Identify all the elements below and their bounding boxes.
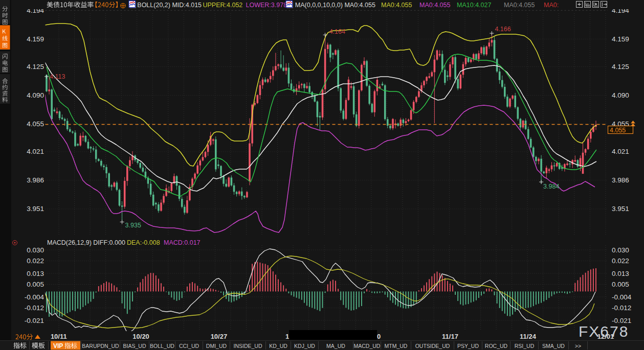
svg-text:0: 0 (377, 333, 381, 340)
svg-text:3.951: 3.951 (612, 205, 629, 213)
svg-text:0.005: 0.005 (612, 281, 629, 288)
svg-text:4.021: 4.021 (612, 148, 629, 155)
svg-text:4.055: 4.055 (27, 120, 44, 128)
svg-text:4.055: 4.055 (610, 127, 626, 134)
svg-text:MA(0,0,0,10,0,0): MA(0,0,0,10,0,0) (295, 2, 343, 9)
svg-text:4.159: 4.159 (612, 35, 629, 43)
svg-text:CCI_UD: CCI_UD (179, 343, 199, 349)
svg-text:BARUPDN_UD: BARUPDN_UD (82, 343, 119, 349)
svg-text:3.935: 3.935 (125, 222, 141, 229)
svg-text:MTM_UD: MTM_UD (385, 343, 408, 349)
svg-text:4.125: 4.125 (612, 63, 629, 71)
svg-text:FX678: FX678 (579, 323, 629, 340)
svg-text:11/24: 11/24 (520, 333, 537, 340)
svg-text:MACD:0.017: MACD:0.017 (164, 239, 201, 246)
svg-text:-0.004: -0.004 (612, 293, 632, 301)
svg-text:4.090: 4.090 (612, 91, 629, 99)
svg-text:MA0:4.055: MA0:4.055 (419, 2, 451, 9)
svg-text:PSY_UD: PSY_UD (457, 343, 479, 349)
svg-text:1: 1 (285, 333, 289, 340)
svg-text:-0.012: -0.012 (612, 304, 631, 312)
svg-text:BIAS_UD: BIAS_UD (123, 343, 146, 349)
svg-text:4.113: 4.113 (50, 73, 65, 80)
svg-text:4.125: 4.125 (27, 63, 44, 71)
svg-text:0.013: 0.013 (27, 270, 44, 277)
svg-text:LOWER:3.978: LOWER:3.978 (246, 2, 287, 9)
svg-text:MA0:4.055: MA0:4.055 (344, 2, 375, 9)
svg-text:0.030: 0.030 (612, 246, 629, 254)
svg-text:MACD(26,12,9) DIFF:0.000: MACD(26,12,9) DIFF:0.000 (47, 239, 125, 246)
svg-text:-0.012: -0.012 (25, 304, 44, 312)
svg-text:0.022: 0.022 (612, 257, 629, 265)
svg-text:4.021: 4.021 (27, 148, 44, 155)
svg-text:BOLL_UD: BOLL_UD (150, 343, 174, 349)
svg-text:>>: >> (575, 343, 581, 349)
svg-text:0.022: 0.022 (27, 257, 44, 265)
svg-text:MA0:4.055: MA0:4.055 (381, 2, 412, 9)
svg-text:BOLL(20,2) MID:4.015: BOLL(20,2) MID:4.015 (137, 2, 202, 9)
svg-text:VIP: VIP (53, 342, 63, 349)
svg-text:4.090: 4.090 (27, 91, 44, 99)
svg-text:SMA_UD: SMA_UD (542, 343, 565, 349)
svg-text:DMI_UD: DMI_UD (206, 343, 227, 349)
svg-text:3.986: 3.986 (612, 176, 629, 184)
svg-text:4.159: 4.159 (27, 35, 44, 43)
svg-text:MA0:4.055: MA0:4.055 (504, 2, 535, 9)
svg-text:3.986: 3.986 (27, 176, 44, 184)
svg-text:-0.004: -0.004 (25, 293, 45, 301)
svg-text:OUTSIDE_UD: OUTSIDE_UD (415, 343, 450, 349)
svg-text:10/11: 10/11 (51, 333, 67, 340)
svg-text:UPPER:4.052: UPPER:4.052 (203, 2, 243, 9)
svg-text:4.166: 4.166 (495, 26, 510, 33)
svg-text:MA_UD: MA_UD (326, 343, 345, 349)
svg-text:DEA:-0.008: DEA:-0.008 (127, 239, 160, 246)
svg-text:3.984: 3.984 (543, 183, 559, 190)
svg-text:0.030: 0.030 (27, 246, 44, 254)
svg-text:10/27: 10/27 (211, 333, 228, 340)
svg-text:3.951: 3.951 (27, 205, 44, 213)
svg-text:10/20: 10/20 (132, 333, 149, 340)
svg-text:MA10:4.027: MA10:4.027 (457, 2, 491, 9)
svg-text:ROC_UD: ROC_UD (485, 343, 508, 349)
svg-text:11/17: 11/17 (442, 333, 458, 340)
svg-text:4.164: 4.164 (329, 28, 345, 35)
svg-text:-0.021: -0.021 (25, 317, 44, 324)
svg-text:0.005: 0.005 (27, 281, 44, 288)
svg-text:INSIDE_UD: INSIDE_UD (233, 343, 262, 349)
svg-text:KD_UD: KD_UD (269, 343, 287, 349)
svg-text:MA0:: MA0: (544, 2, 559, 9)
svg-text:KDJ_UD: KDJ_UD (294, 343, 315, 349)
svg-text:0.013: 0.013 (612, 270, 629, 277)
svg-text:RSI_UD: RSI_UD (515, 343, 535, 349)
svg-text:MACD_UD: MACD_UD (354, 343, 381, 349)
